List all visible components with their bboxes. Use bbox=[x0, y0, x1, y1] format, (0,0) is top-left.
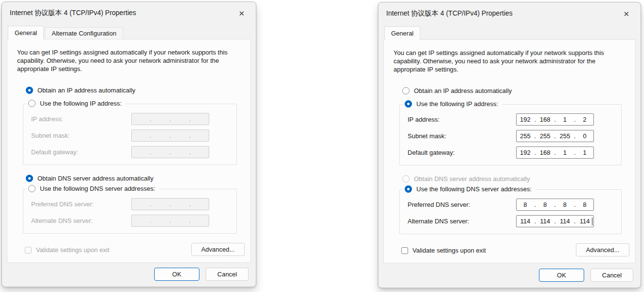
radio-use-ip-icon[interactable] bbox=[28, 100, 36, 107]
radio-row-obtain-ip-auto[interactable]: Obtain an IP address automatically bbox=[26, 87, 246, 94]
ip-address-label: IP address: bbox=[408, 116, 516, 123]
close-icon[interactable]: ✕ bbox=[620, 8, 632, 19]
validate-settings-checkbox[interactable] bbox=[25, 247, 32, 254]
tab-page-general: You can get IP settings assigned automat… bbox=[7, 39, 251, 263]
radio-use-ip-icon[interactable] bbox=[405, 100, 412, 108]
preferred-dns-label: Preferred DNS server: bbox=[408, 201, 516, 208]
octet: 192 bbox=[517, 116, 534, 123]
octet: 114 bbox=[537, 218, 554, 225]
text-caret bbox=[592, 218, 592, 225]
octet-separator: . bbox=[189, 115, 191, 123]
tab-general[interactable]: General bbox=[8, 26, 44, 39]
octet-separator: . bbox=[169, 132, 172, 139]
dialog-footer: OK Cancel bbox=[378, 263, 641, 288]
dialog-title: Internet 协议版本 4 (TCP/IPv4) Properties bbox=[10, 9, 136, 18]
octet-separator: . bbox=[189, 201, 191, 208]
advanced-button[interactable]: Advanced... bbox=[576, 243, 629, 256]
default-gateway-label: Default gateway: bbox=[408, 149, 516, 156]
validate-settings-label: Validate settings upon exit bbox=[412, 247, 486, 254]
octet-separator: . bbox=[169, 115, 172, 123]
cancel-button[interactable]: Cancel bbox=[590, 269, 633, 282]
ip-address-input[interactable]: 192.168.1.2 bbox=[516, 113, 594, 126]
subnet-mask-input[interactable]: ... bbox=[131, 129, 209, 142]
default-gateway-input[interactable]: ... bbox=[131, 146, 209, 158]
ip-address-row: IP address: ... bbox=[31, 113, 209, 125]
radio-row-use-dns[interactable]: Use the following DNS server addresses: bbox=[26, 185, 159, 192]
radio-obtain-ip-auto-label: Obtain an IP address automatically bbox=[37, 87, 135, 94]
octet-separator: . bbox=[149, 148, 152, 156]
radio-use-dns-label: Use the following DNS server addresses: bbox=[416, 185, 532, 193]
cancel-button[interactable]: Cancel bbox=[206, 268, 249, 281]
tab-general[interactable]: General bbox=[384, 26, 420, 40]
octet-separator: . bbox=[149, 201, 152, 208]
preferred-dns-input[interactable]: 8.8.8.8 bbox=[516, 199, 594, 211]
octet: 8 bbox=[576, 201, 593, 208]
alternate-dns-label: Alternate DNS server: bbox=[31, 217, 131, 224]
radio-obtain-dns-auto-icon[interactable] bbox=[402, 175, 410, 182]
alternate-dns-input[interactable]: 114.114.114.114 bbox=[516, 215, 594, 227]
radio-use-dns-icon[interactable] bbox=[28, 185, 36, 192]
radio-obtain-ip-auto-icon[interactable] bbox=[402, 87, 410, 94]
octet-separator: . bbox=[149, 115, 152, 123]
preferred-dns-input[interactable]: ... bbox=[131, 198, 209, 210]
advanced-button[interactable]: Advanced... bbox=[191, 243, 245, 256]
octet-separator: . bbox=[189, 132, 191, 139]
octet: 114 bbox=[556, 218, 574, 225]
radio-row-obtain-ip-auto[interactable]: Obtain an IP address automatically bbox=[402, 87, 630, 94]
ok-button[interactable]: OK bbox=[539, 269, 584, 282]
dialog-footer: OK Cancel bbox=[2, 262, 256, 287]
tab-strip: General bbox=[378, 25, 641, 39]
octet: 192 bbox=[517, 149, 534, 156]
alternate-dns-label: Alternate DNS server: bbox=[408, 218, 516, 225]
octet: 2 bbox=[576, 116, 593, 123]
description-text: You can get IP settings assigned automat… bbox=[17, 48, 240, 73]
octet-separator: . bbox=[189, 217, 191, 224]
octet: 1 bbox=[556, 149, 574, 156]
subnet-mask-row: Subnet mask: 255.255.255.0 bbox=[408, 130, 594, 142]
octet-separator: . bbox=[149, 132, 152, 139]
octet: 255 bbox=[537, 132, 554, 140]
octet-separator: . bbox=[169, 201, 172, 208]
alternate-dns-row: Alternate DNS server: 114.114.114.114 bbox=[408, 215, 594, 227]
dns-server-group: Use the following DNS server addresses: … bbox=[23, 189, 237, 234]
radio-row-obtain-dns-auto[interactable]: Obtain DNS server address automatically bbox=[402, 175, 630, 182]
validate-settings-label: Validate settings upon exit bbox=[36, 246, 109, 254]
tab-alternate-configuration[interactable]: Alternate Configuration bbox=[45, 27, 123, 39]
octet: 168 bbox=[537, 149, 554, 156]
subnet-mask-label: Subnet mask: bbox=[408, 132, 516, 140]
ip-address-label: IP address: bbox=[31, 115, 131, 123]
default-gateway-input[interactable]: 192.168.1.1 bbox=[516, 146, 594, 159]
ip-address-group: Use the following IP address: IP address… bbox=[399, 104, 622, 165]
dialog-title: Internet 协议版本 4 (TCP/IPv4) Properties bbox=[386, 9, 513, 18]
octet-separator: . bbox=[149, 217, 152, 224]
ip-address-group: Use the following IP address: IP address… bbox=[23, 104, 237, 165]
preferred-dns-row: Preferred DNS server: 8.8.8.8 bbox=[408, 199, 594, 211]
ip-address-row: IP address: 192.168.1.2 bbox=[408, 113, 594, 126]
tab-page-general: You can get IP settings assigned automat… bbox=[383, 39, 636, 263]
radio-row-use-dns[interactable]: Use the following DNS server addresses: bbox=[403, 185, 536, 193]
default-gateway-row: Default gateway: 192.168.1.1 bbox=[408, 146, 594, 159]
radio-row-use-ip[interactable]: Use the following IP address: bbox=[26, 100, 125, 107]
validate-settings-checkbox[interactable] bbox=[401, 247, 408, 254]
subnet-mask-input[interactable]: 255.255.255.0 bbox=[516, 130, 594, 142]
preferred-dns-label: Preferred DNS server: bbox=[31, 201, 131, 208]
octet: 8 bbox=[556, 201, 574, 208]
radio-obtain-ip-auto-icon[interactable] bbox=[26, 87, 33, 94]
radio-use-dns-icon[interactable] bbox=[405, 185, 412, 193]
ok-button[interactable]: OK bbox=[154, 268, 199, 281]
ipv4-properties-dialog-auto: Internet 协议版本 4 (TCP/IPv4) Properties ✕ … bbox=[1, 1, 256, 287]
titlebar: Internet 协议版本 4 (TCP/IPv4) Properties ✕ bbox=[2, 2, 256, 24]
ip-address-input[interactable]: ... bbox=[131, 113, 209, 125]
tab-strip: General Alternate Configuration bbox=[2, 24, 256, 39]
ipv4-properties-dialog-static: Internet 协议版本 4 (TCP/IPv4) Properties ✕ … bbox=[378, 2, 641, 288]
octet: 1 bbox=[556, 116, 574, 123]
radio-obtain-dns-auto-icon[interactable] bbox=[26, 175, 33, 182]
preferred-dns-row: Preferred DNS server: ... bbox=[31, 198, 209, 210]
octet: 114 bbox=[576, 218, 593, 225]
radio-row-use-ip[interactable]: Use the following IP address: bbox=[403, 100, 502, 108]
octet: 8 bbox=[537, 201, 554, 208]
close-icon[interactable]: ✕ bbox=[235, 8, 248, 19]
alternate-dns-input[interactable]: ... bbox=[131, 215, 209, 227]
radio-row-obtain-dns-auto[interactable]: Obtain DNS server address automatically bbox=[26, 175, 246, 182]
octet: 0 bbox=[576, 132, 593, 140]
